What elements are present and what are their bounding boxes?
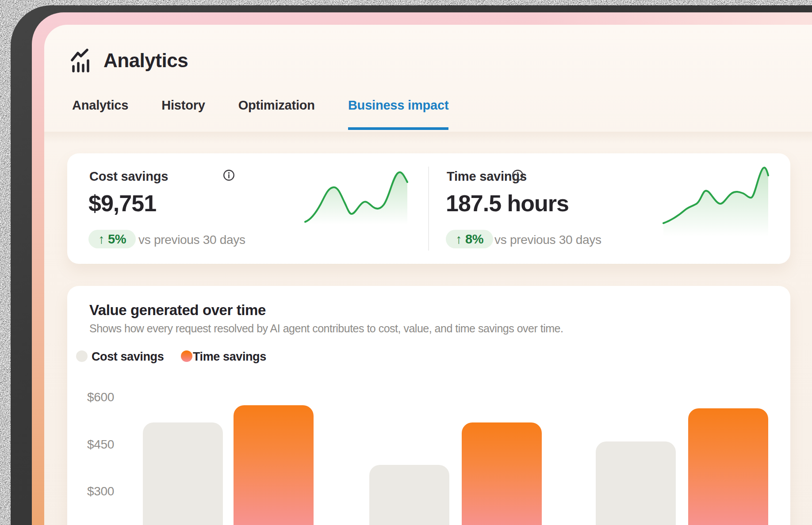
legend-dot-cost-savings	[76, 350, 88, 362]
tab-bar: Analytics History Optimization Business …	[72, 98, 448, 130]
cost-savings-sparkline	[302, 168, 409, 224]
y-axis-tick: $300	[83, 484, 114, 498]
chart-title: Value generated over time	[89, 302, 266, 319]
bar-cost-savings	[143, 422, 223, 525]
time-savings-delta-badge: ↑ 8%	[446, 230, 493, 248]
cost-savings-compare-text: vs previous 30 days	[138, 233, 245, 247]
bar-cost-savings	[596, 441, 676, 525]
time-savings-value: 187.5 hours	[446, 190, 569, 217]
cost-savings-label: Cost savings	[89, 169, 168, 184]
bar-time-savings	[688, 408, 768, 525]
screenshot-stage: Analytics Analytics History Optimization…	[0, 0, 812, 525]
tab-analytics[interactable]: Analytics	[72, 98, 128, 130]
bar-cost-savings	[369, 465, 449, 525]
tab-history[interactable]: History	[161, 98, 205, 130]
bar-time-savings	[462, 422, 542, 525]
legend-label-time-savings: Time savings	[193, 350, 266, 364]
cost-savings-value: $9,751	[88, 190, 156, 217]
time-savings-sparkline	[662, 165, 769, 236]
time-savings-info-icon[interactable]	[512, 169, 524, 181]
tab-optimization[interactable]: Optimization	[238, 98, 315, 130]
legend-dot-time-savings	[181, 350, 192, 362]
y-axis-tick: $600	[83, 390, 114, 404]
stats-card: Cost savings $9,751 ↑ 5% vs previous 30 …	[67, 153, 790, 264]
cost-savings-info-icon[interactable]	[223, 169, 235, 181]
tab-business-impact[interactable]: Business impact	[348, 98, 448, 130]
legend-label-cost-savings: Cost savings	[92, 350, 164, 364]
analytics-chart-icon	[71, 49, 92, 72]
time-savings-compare-text: vs previous 30 days	[494, 233, 601, 247]
stats-divider	[428, 167, 429, 251]
chart-subtitle: Shows how every request resolved by AI a…	[89, 322, 563, 335]
cost-savings-delta-badge: ↑ 5%	[88, 230, 136, 248]
bar-time-savings	[234, 405, 314, 525]
page-title: Analytics	[103, 49, 188, 72]
app-header: Analytics	[71, 49, 188, 72]
value-chart-card: Value generated over time Shows how ever…	[67, 286, 790, 525]
y-axis-tick: $450	[83, 438, 114, 452]
